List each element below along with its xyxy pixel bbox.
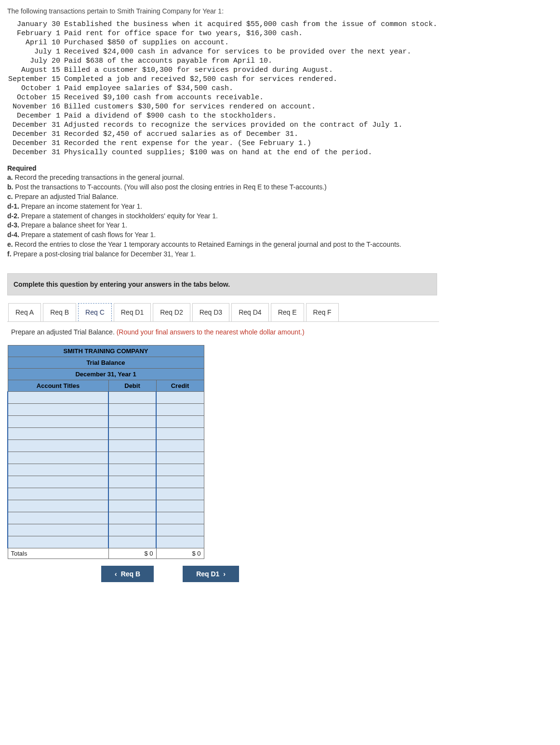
tb-credit-input[interactable] (156, 391, 204, 403)
tab-req-c[interactable]: Req C (78, 303, 112, 321)
transaction-date: December 31 (7, 139, 63, 148)
tb-company: SMITH TRAINING COMPANY (8, 345, 204, 357)
tb-account-input[interactable] (8, 488, 108, 500)
tb-credit-total: $ 0 (156, 548, 204, 559)
tab-req-d1[interactable]: Req D1 (114, 303, 151, 321)
tb-credit-input[interactable] (156, 524, 204, 536)
next-button[interactable]: Req D1 › (183, 566, 239, 582)
transaction-desc: Adjusted records to recognize the servic… (63, 120, 438, 130)
transaction-date: December 31 (7, 120, 63, 130)
tb-debit-input[interactable] (108, 439, 156, 452)
required-item: e. Record the entries to close the Year … (7, 240, 553, 249)
tb-debit-input[interactable] (108, 500, 156, 512)
tb-account-input[interactable] (8, 476, 108, 488)
tb-credit-input[interactable] (156, 512, 204, 524)
transaction-date: July 1 (7, 47, 63, 56)
tb-credit-input[interactable] (156, 403, 204, 415)
tab-req-e[interactable]: Req E (271, 303, 304, 321)
transaction-desc: Recorded the rent expense for the year. … (63, 139, 438, 148)
tb-account-input[interactable] (8, 403, 108, 415)
tb-account-input[interactable] (8, 427, 108, 439)
tb-debit-input[interactable] (108, 524, 156, 536)
tb-col-debit: Debit (108, 380, 156, 391)
transaction-desc: Paid a dividend of $900 cash to the stoc… (63, 111, 438, 120)
required-item: d-1. Prepare an income statement for Yea… (7, 202, 553, 211)
transaction-desc: Billed a customer $10,300 for services p… (63, 66, 438, 75)
transaction-desc: Established the business when it acquire… (63, 20, 438, 29)
nav-buttons: ‹ Req B Req D1 › (101, 566, 553, 582)
chevron-left-icon: ‹ (115, 570, 117, 578)
transaction-date: October 1 (7, 84, 63, 93)
tb-col-credit: Credit (156, 380, 204, 391)
tb-account-input[interactable] (8, 524, 108, 536)
prev-label: Req B (121, 570, 140, 578)
tb-account-input[interactable] (8, 415, 108, 427)
required-item: d-2. Prepare a statement of changes in s… (7, 212, 553, 221)
tb-account-input[interactable] (8, 512, 108, 524)
tb-credit-input[interactable] (156, 452, 204, 464)
transaction-desc: Paid employee salaries of $34,500 cash. (63, 84, 438, 93)
tb-credit-input[interactable] (156, 415, 204, 427)
tb-account-input[interactable] (8, 452, 108, 464)
tb-debit-input[interactable] (108, 403, 156, 415)
tab-instruction-main: Prepare an adjusted Trial Balance. (11, 328, 117, 336)
tb-account-input[interactable] (8, 464, 108, 476)
transaction-date: November 16 (7, 102, 63, 111)
tb-account-input[interactable] (8, 500, 108, 512)
required-item: c. Prepare an adjusted Trial Balance. (7, 192, 553, 201)
tb-account-input[interactable] (8, 536, 108, 548)
next-label: Req D1 (196, 570, 219, 578)
tb-credit-input[interactable] (156, 476, 204, 488)
tab-req-b[interactable]: Req B (43, 303, 76, 321)
transaction-desc: Paid rent for office space for two years… (63, 29, 438, 38)
transaction-desc: Recorded $2,450 of accrued salaries as o… (63, 130, 438, 139)
transaction-date: December 1 (7, 111, 63, 120)
tab-req-d3[interactable]: Req D3 (192, 303, 229, 321)
intro-text: The following transactions pertain to Sm… (7, 7, 553, 15)
transaction-date: July 20 (7, 56, 63, 66)
required-item: b. Post the transactions to T-accounts. … (7, 183, 553, 192)
required-heading: Required (7, 164, 553, 172)
tb-debit-input[interactable] (108, 488, 156, 500)
tb-credit-input[interactable] (156, 488, 204, 500)
tb-debit-input[interactable] (108, 452, 156, 464)
tb-credit-input[interactable] (156, 464, 204, 476)
required-item: a. Record the preceding transactions in … (7, 173, 553, 182)
tb-debit-input[interactable] (108, 476, 156, 488)
transaction-date: September 15 (7, 75, 63, 84)
tab-req-f[interactable]: Req F (306, 303, 339, 321)
transaction-date: April 10 (7, 38, 63, 47)
tb-col-account: Account Titles (8, 380, 108, 391)
required-section: Required a. Record the preceding transac… (7, 164, 553, 259)
required-item: d-3. Prepare a balance sheet for Year 1. (7, 221, 553, 230)
tb-debit-input[interactable] (108, 415, 156, 427)
tab-req-d4[interactable]: Req D4 (231, 303, 268, 321)
tb-title: Trial Balance (8, 357, 204, 368)
tb-credit-input[interactable] (156, 500, 204, 512)
transaction-date: February 1 (7, 29, 63, 38)
prev-button[interactable]: ‹ Req B (101, 566, 154, 582)
transaction-date: October 15 (7, 93, 63, 102)
transaction-desc: Received $9,100 cash from accounts recei… (63, 93, 438, 102)
transaction-date: January 30 (7, 20, 63, 29)
tb-credit-input[interactable] (156, 536, 204, 548)
tb-account-input[interactable] (8, 439, 108, 452)
tb-debit-input[interactable] (108, 391, 156, 403)
tabs-row: Req AReq BReq CReq D1Req D2Req D3Req D4R… (7, 303, 439, 322)
required-item: f. Prepare a post-closing trial balance … (7, 250, 553, 259)
tb-debit-input[interactable] (108, 512, 156, 524)
transaction-desc: Received $24,000 cash in advance for ser… (63, 47, 438, 56)
tab-req-d2[interactable]: Req D2 (153, 303, 190, 321)
tab-req-a[interactable]: Req A (8, 303, 41, 321)
transaction-desc: Billed customers $30,500 for services re… (63, 102, 438, 111)
required-item: d-4. Prepare a statement of cash flows f… (7, 230, 553, 239)
tab-instruction-note: (Round your final answers to the nearest… (117, 328, 305, 336)
tb-debit-input[interactable] (108, 536, 156, 548)
tb-credit-input[interactable] (156, 439, 204, 452)
tb-account-input[interactable] (8, 391, 108, 403)
tb-credit-input[interactable] (156, 427, 204, 439)
tb-debit-input[interactable] (108, 427, 156, 439)
tb-debit-input[interactable] (108, 464, 156, 476)
transaction-date: December 31 (7, 130, 63, 139)
tb-debit-total: $ 0 (108, 548, 156, 559)
